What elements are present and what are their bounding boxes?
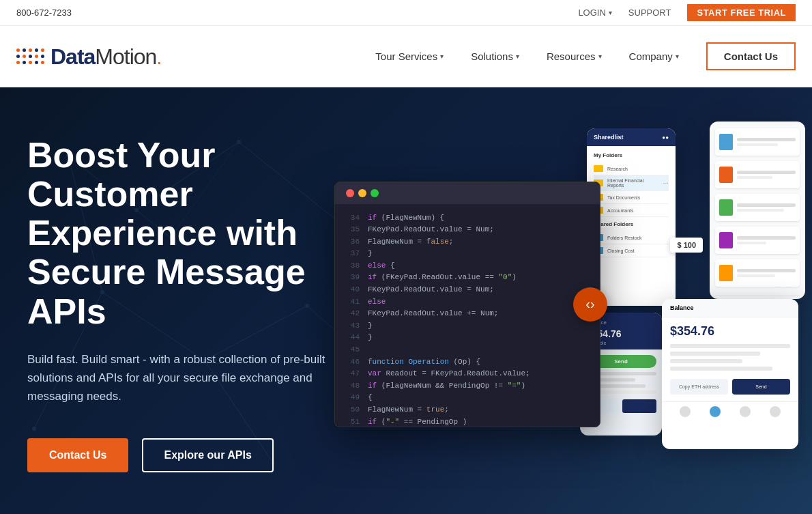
folder-item: Internal Financial Reports ··· <box>594 175 669 191</box>
topbar: 800-672-7233 LOGIN ▾ SUPPORT START FREE … <box>0 0 812 26</box>
logo-data-text: Data <box>50 44 95 69</box>
file-icon <box>719 167 733 183</box>
folder-item: Accountants <box>594 204 669 217</box>
resources-chevron-icon: ▾ <box>598 53 602 60</box>
nav-tour-services[interactable]: Tour Services ▾ <box>364 45 454 68</box>
logo-dot <box>35 48 38 52</box>
solutions-chevron-icon: ▾ <box>516 53 519 60</box>
hero-section: Boost Your Customer Experience with Secu… <box>0 87 812 514</box>
folder-item: Research <box>594 162 669 175</box>
nav-resources[interactable]: Resources ▾ <box>536 45 613 68</box>
price-badge-top: $ 100 <box>670 238 703 253</box>
logo-dot <box>35 61 38 64</box>
support-link[interactable]: SUPPORT <box>628 8 671 18</box>
logo-dot <box>29 55 32 58</box>
logo-dot <box>23 55 26 58</box>
logo-dot <box>23 61 26 64</box>
logo-dot <box>29 48 32 52</box>
logo-motion-text: Motion <box>95 44 156 69</box>
file-icon <box>719 134 733 150</box>
phone-number: 800-672-7233 <box>16 8 72 18</box>
logo-dot <box>16 55 20 58</box>
logo-dot <box>16 61 20 64</box>
hero-buttons: Contact Us Explore our APIs <box>27 438 553 472</box>
nav-links: Tour Services ▾ Solutions ▾ Resources ▾ … <box>364 42 796 70</box>
hero-content: Boost Your Customer Experience with Secu… <box>0 87 594 514</box>
file-item <box>715 194 800 221</box>
file-item <box>715 227 800 254</box>
logo-dot <box>41 55 44 58</box>
start-trial-button[interactable]: START FREE TRIAL <box>687 4 796 21</box>
file-icon <box>719 265 733 281</box>
contact-us-hero-button[interactable]: Contact Us <box>27 438 128 472</box>
mock-screen-detail: Balance $354.76 Copy ETH address Send <box>662 299 798 449</box>
company-chevron-icon: ▾ <box>676 53 679 60</box>
navbar: DataMotion. Tour Services ▾ Solutions ▾ … <box>0 26 812 87</box>
arrow-left-icon: ‹› <box>585 296 594 312</box>
explore-apis-button[interactable]: Explore our APIs <box>142 438 273 472</box>
logo-dot <box>35 55 38 58</box>
folder-item: Closing Cost <box>594 244 669 257</box>
hero-subtitle: Build fast. Build smart - with a robust … <box>27 350 328 406</box>
folder-icon <box>594 165 603 172</box>
file-icon <box>719 232 733 248</box>
folder-item: Folders Restock <box>594 231 669 244</box>
logo-dot <box>29 61 32 64</box>
file-item <box>715 259 800 287</box>
carousel-prev-button[interactable]: ‹› <box>573 287 607 322</box>
login-chevron-icon: ▾ <box>609 9 612 16</box>
logo-dot <box>23 48 26 52</box>
logo-dot <box>41 61 44 64</box>
file-icon <box>719 199 733 216</box>
logo-dot <box>16 48 20 52</box>
logo-dot <box>41 48 44 52</box>
nav-solutions[interactable]: Solutions ▾ <box>460 45 530 68</box>
login-button[interactable]: LOGIN ▾ <box>578 8 611 18</box>
logo[interactable]: DataMotion. <box>16 46 161 68</box>
contact-us-nav-button[interactable]: Contact Us <box>706 42 796 70</box>
hero-title: Boost Your Customer Experience with Secu… <box>27 136 368 331</box>
file-item <box>715 128 800 156</box>
logo-dot-grid <box>16 48 45 65</box>
folder-item: Tax Documents <box>594 191 669 204</box>
nav-company[interactable]: Company ▾ <box>618 45 690 68</box>
file-item <box>715 161 800 188</box>
mock-screen-files <box>710 122 805 299</box>
tour-services-chevron-icon: ▾ <box>440 53 444 60</box>
